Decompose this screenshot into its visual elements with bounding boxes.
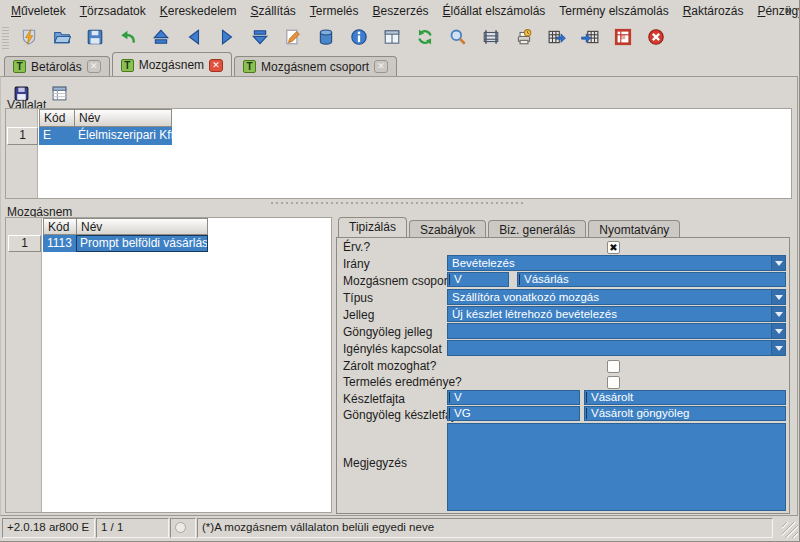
gongyoleg-jelleg-combobox[interactable] — [447, 323, 786, 339]
tab-label: Betárolás — [31, 60, 82, 74]
chevron-down-icon[interactable] — [771, 307, 785, 321]
menu-bar: Műveletek Törzsadatok Kereskedelem Száll… — [0, 0, 800, 22]
igenyles-kapcsolat-label: Igénylés kapcsolat — [343, 342, 442, 356]
tab-mozgasnem[interactable]: T Mozgásnem ✕ — [112, 52, 232, 76]
database-icon[interactable] — [313, 24, 339, 50]
megjegyzes-label: Megjegyzés — [343, 456, 407, 470]
column-header-kod[interactable]: Kód — [43, 218, 77, 235]
import-table-icon[interactable] — [577, 24, 603, 50]
tipus-combobox[interactable]: Szállítóra vonatkozó mozgás — [447, 289, 786, 305]
gongyoleg-jelleg-label: Göngyöleg jelleg — [343, 325, 432, 339]
jelleg-combobox[interactable]: Új készlet létrehozó bevételezés — [447, 306, 786, 322]
tab-label: Mozgásnem csoport — [261, 60, 369, 74]
record-position-box: 1 / 1 — [96, 518, 169, 538]
movement-nev-cell[interactable]: Prompt belföldi vásárlás — [76, 235, 208, 252]
next-record-icon[interactable] — [214, 24, 240, 50]
menu-beszerzes[interactable]: Beszerzés — [366, 1, 436, 21]
tab-close-icon[interactable]: ✕ — [87, 60, 101, 73]
export-table-icon[interactable] — [544, 24, 570, 50]
company-kod-cell[interactable]: E — [39, 127, 75, 145]
undo-icon[interactable] — [115, 24, 141, 50]
company-nev-cell[interactable]: Élelmiszeripari Kft. — [74, 127, 172, 145]
refresh-icon[interactable] — [412, 24, 438, 50]
keszletfajta-name-field[interactable]: Vásárolt — [584, 390, 786, 405]
exit-icon[interactable] — [643, 24, 669, 50]
gongyoleg-keszletfajta-code-field[interactable]: VG — [447, 406, 580, 421]
erv-checkbox[interactable]: ✖ — [607, 241, 620, 254]
menu-eloallat-elszamolas[interactable]: Élőállat elszámolás — [436, 1, 553, 21]
detail-tab-nyomtatvany[interactable]: Nyomtatvány — [588, 220, 680, 237]
menu-torzsadatok[interactable]: Törzsadatok — [73, 1, 153, 21]
table-frame-icon[interactable] — [478, 24, 504, 50]
tab-close-icon[interactable]: ✕ — [374, 60, 388, 73]
column-header-nev[interactable]: Név — [74, 109, 172, 127]
tab-type-icon: T — [121, 59, 134, 72]
irany-combobox[interactable]: Bevételezés — [447, 255, 786, 271]
company-table[interactable]: Kód Név 1 E Élelmiszeripari Kft. — [5, 108, 792, 199]
last-record-icon[interactable] — [247, 24, 273, 50]
toolbar-drag-handle[interactable] — [2, 25, 9, 49]
tab-label: Mozgásnem — [139, 58, 204, 72]
keszletfajta-code-field[interactable]: V — [447, 390, 580, 405]
menu-termeny-elszamolas[interactable]: Termény elszámolás — [552, 1, 675, 21]
menu-overflow-chevron[interactable]: » — [785, 3, 792, 17]
tab-close-icon[interactable]: ✕ — [209, 59, 223, 72]
edit-icon[interactable] — [280, 24, 306, 50]
horizontal-splitter-handle[interactable] — [271, 201, 523, 204]
movement-kod-cell[interactable]: 1113 — [43, 235, 77, 252]
gongyoleg-keszletfajta-name-field[interactable]: Vásárolt göngyöleg — [584, 406, 786, 421]
chevron-down-icon[interactable] — [771, 324, 785, 338]
search-icon[interactable] — [445, 24, 471, 50]
zarolt-mozoghat-label: Zárolt mozoghat? — [343, 359, 436, 373]
open-icon[interactable] — [49, 24, 75, 50]
previous-record-icon[interactable] — [181, 24, 207, 50]
status-bar: +2.0.18 ar800 E 1 / 1 (*)A mozgásnem vál… — [0, 516, 800, 542]
print-queue-icon[interactable] — [511, 24, 537, 50]
row-number-cell[interactable]: 1 — [7, 127, 38, 145]
column-header-kod[interactable]: Kód — [39, 109, 75, 127]
detail-tab-szabalyok[interactable]: Szabályok — [409, 220, 486, 237]
menu-penzugy[interactable]: Pénzügy — [750, 1, 800, 21]
tab-mozgasnem-csoport[interactable]: T Mozgásnem csoport ✕ — [234, 56, 397, 76]
row-header-gutter — [6, 109, 38, 198]
menu-muveletek[interactable]: Műveletek — [4, 1, 73, 21]
termeles-eredmenye-checkbox[interactable] — [607, 376, 620, 389]
columns-view-icon[interactable] — [379, 24, 405, 50]
erv-label: Érv.? — [343, 240, 370, 254]
info-icon[interactable] — [346, 24, 372, 50]
megjegyzes-textarea[interactable] — [447, 423, 786, 511]
menu-kereskedelem[interactable]: Kereskedelem — [153, 1, 244, 21]
menu-szallitas[interactable]: Szállítás — [243, 1, 302, 21]
jelleg-value: Új készlet létrehozó bevételezés — [452, 308, 617, 320]
save-icon[interactable] — [82, 24, 108, 50]
chevron-down-icon[interactable] — [771, 256, 785, 270]
keszletfajta-label: Készletfajta — [343, 392, 405, 406]
first-record-icon[interactable] — [148, 24, 174, 50]
movement-table[interactable]: Kód Név 1 1113 Prompt belföldi vásárlás — [5, 217, 332, 513]
column-header-nev[interactable]: Név — [76, 218, 208, 235]
mozgasnem-csoport-label: Mozgásnem csoport — [343, 274, 451, 288]
irany-label: Irány — [343, 257, 370, 271]
row-number-cell[interactable]: 1 — [8, 235, 41, 252]
igenyles-kapcsolat-combobox[interactable] — [447, 340, 786, 356]
tab-betarolas[interactable]: T Betárolás ✕ — [4, 56, 110, 76]
mozgasnem-csoport-name-field[interactable]: Vásárlás — [517, 272, 786, 287]
window-grid-icon[interactable] — [610, 24, 636, 50]
menu-termeles[interactable]: Termelés — [303, 1, 366, 21]
detail-tab-biz-generalas[interactable]: Biz. generálás — [488, 220, 586, 237]
mozgasnem-csoport-code-field[interactable]: V — [447, 272, 509, 287]
status-led-box — [170, 518, 196, 538]
chevron-down-icon[interactable] — [771, 341, 785, 355]
detail-tab-bar: Tipizálás Szabályok Biz. generálás Nyomt… — [338, 217, 682, 237]
document-tab-bar: T Betárolás ✕ T Mozgásnem ✕ T Mozgásnem … — [0, 52, 800, 76]
tab-type-icon: T — [13, 60, 26, 73]
resize-grip[interactable] — [782, 522, 798, 538]
zarolt-mozoghat-checkbox[interactable] — [607, 360, 620, 373]
record-form-icon[interactable] — [47, 81, 71, 105]
mozgasnem-page: Vállalat Kód Név 1 E Élelmiszeripari Kft… — [0, 76, 798, 516]
tab-type-icon: T — [243, 60, 256, 73]
menu-raktarozas[interactable]: Raktározás — [676, 1, 751, 21]
connect-icon[interactable] — [16, 24, 42, 50]
detail-tab-tipizalas[interactable]: Tipizálás — [338, 217, 407, 237]
chevron-down-icon[interactable] — [771, 290, 785, 304]
